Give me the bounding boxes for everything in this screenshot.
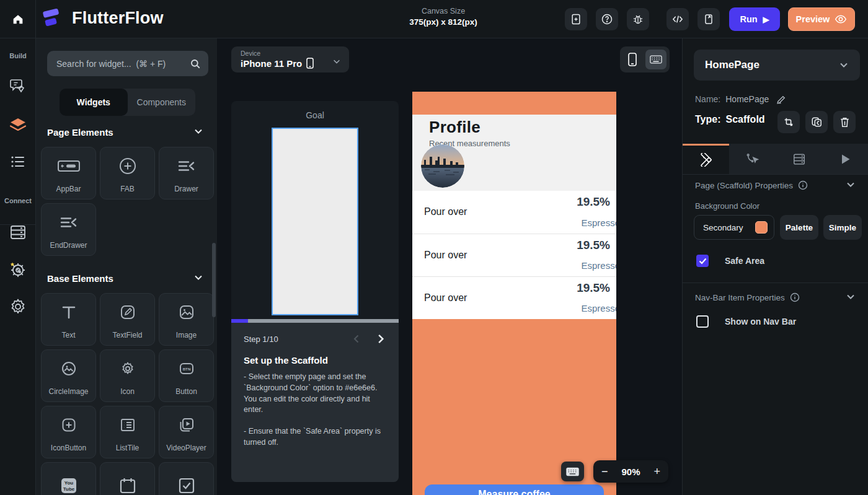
preview-button[interactable]: Preview	[788, 7, 855, 31]
color-swatch[interactable]	[755, 221, 768, 234]
list-item[interactable]: Pour over 19.5% Espresso	[412, 234, 616, 276]
measurement-type: Espresso	[581, 260, 616, 271]
properties-tab-strip	[683, 144, 868, 175]
youtube-icon-text2: Tube	[63, 486, 74, 492]
api-icon[interactable]	[0, 260, 36, 280]
bug-icon	[632, 13, 644, 25]
widget-label: Image	[176, 331, 197, 339]
keyboard-shortcuts-button[interactable]	[561, 462, 584, 481]
tab-data[interactable]	[776, 144, 822, 174]
simple-button[interactable]: Simple	[823, 215, 862, 240]
settings-icon[interactable]	[0, 297, 36, 316]
info-icon[interactable]	[790, 292, 800, 302]
appbar-icon	[42, 147, 95, 185]
layers-icon[interactable]	[0, 116, 36, 134]
app-profile-header[interactable]: Profile Recent measurements	[412, 115, 616, 191]
widget-circleimage[interactable]: CircleImage	[41, 349, 96, 402]
list-item[interactable]: Pour over 19.5% Espresso	[412, 191, 616, 234]
chevron-down-icon[interactable]	[193, 126, 203, 136]
deploy-button[interactable]	[698, 8, 720, 30]
widget-youtube[interactable]: YouTube	[41, 462, 96, 495]
chevron-down-icon[interactable]	[846, 180, 856, 190]
image-icon	[159, 294, 213, 331]
navbar-properties-header: Nav-Bar Item Properties	[695, 292, 800, 302]
view-code-button[interactable]	[666, 8, 689, 30]
widget-fab[interactable]: FAB	[100, 147, 155, 199]
chevron-down-icon[interactable]	[846, 292, 856, 302]
safe-area-checkbox[interactable]	[696, 255, 709, 267]
widget-panel-scrollbar[interactable]	[212, 38, 216, 495]
goal-panel: Goal Step 1/10 Set up the Scaffold - Sel…	[231, 101, 399, 482]
fab-icon	[100, 147, 154, 185]
phone-mode-button[interactable]	[623, 53, 642, 66]
widget-label: CircleImage	[48, 387, 88, 396]
measurement-list: Pour over 19.5% Espresso Pour over 19.5%…	[412, 191, 616, 319]
top-bar: FlutterFlow Canvas Size 375(px) x 812(px…	[0, 0, 868, 38]
widget-textfield[interactable]: TextField	[100, 293, 155, 346]
tab-properties[interactable]	[683, 144, 729, 174]
export-app-icon	[702, 13, 715, 25]
copy-icon	[811, 116, 822, 128]
widget-search-input[interactable]	[56, 59, 190, 69]
help-button[interactable]	[596, 8, 618, 30]
list-icon[interactable]	[0, 153, 36, 170]
chevron-left-icon[interactable]	[352, 334, 361, 344]
step-instruction: - Ensure that the `Safe Area` property i…	[244, 426, 386, 449]
app-canvas[interactable]: Profile Recent measurements	[412, 92, 616, 495]
widget-calendar[interactable]	[100, 462, 155, 495]
device-label: Device	[241, 50, 260, 57]
zoom-out-button[interactable]: −	[601, 466, 608, 477]
page-selector-dropdown[interactable]: HomePage	[694, 50, 860, 81]
widget-search[interactable]	[47, 51, 208, 76]
show-on-nav-bar-checkbox[interactable]	[696, 315, 709, 328]
widget-videoplayer[interactable]: VideoPlayer	[159, 406, 214, 458]
crop-select-icon	[783, 116, 794, 128]
ruler-pencil-icon	[699, 153, 713, 167]
debug-button[interactable]	[627, 8, 649, 30]
run-button[interactable]: Run ▶	[729, 7, 780, 31]
edit-pencil-icon[interactable]	[776, 94, 787, 104]
chevron-down-icon[interactable]	[193, 273, 203, 283]
measurement-value: 19.5%	[577, 195, 610, 209]
widget-drawer[interactable]: Drawer	[159, 147, 214, 199]
widget-image[interactable]: Image	[159, 293, 214, 346]
home-button[interactable]	[0, 0, 36, 38]
server-icon	[792, 152, 806, 166]
tab-actions[interactable]	[729, 144, 776, 174]
select-widget-button[interactable]	[777, 111, 800, 133]
button-icon: BTN	[159, 350, 213, 387]
avatar[interactable]	[421, 144, 464, 188]
tab-components[interactable]: Components	[128, 89, 196, 116]
palette-button[interactable]: Palette	[780, 215, 818, 240]
widget-text[interactable]: Text	[41, 293, 96, 346]
widget-enddrawer[interactable]: EndDrawer	[41, 203, 96, 256]
copy-widget-button[interactable]	[805, 111, 828, 133]
tab-widgets[interactable]: Widgets	[60, 89, 128, 116]
connect-section-label: Connect	[0, 197, 36, 204]
chevron-right-icon[interactable]	[375, 333, 386, 344]
list-item[interactable]: Pour over 19.5% Espresso	[412, 276, 616, 319]
info-icon[interactable]	[798, 180, 808, 190]
name-value: HomePage	[725, 94, 769, 104]
add-page-button[interactable]	[565, 8, 587, 30]
tab-preview[interactable]	[822, 144, 868, 174]
database-icon[interactable]	[0, 223, 36, 242]
widget-listtile[interactable]: ListTile	[100, 406, 155, 458]
widget-button[interactable]: BTN Button	[159, 349, 214, 402]
widget-appbar[interactable]: AppBar	[41, 147, 96, 199]
delete-widget-button[interactable]	[833, 111, 856, 133]
zoom-level: 90%	[621, 467, 640, 477]
widget-tree-icon[interactable]	[0, 77, 36, 95]
zoom-in-button[interactable]: +	[653, 466, 660, 477]
eye-icon	[835, 14, 847, 24]
preview-label: Preview	[796, 14, 830, 24]
background-color-picker[interactable]: Secondary	[694, 215, 774, 240]
measure-coffee-button[interactable]: Measure coffee	[425, 484, 604, 495]
device-selector[interactable]: Device iPhone 11 Pro	[231, 46, 349, 72]
widget-checkbox[interactable]	[159, 462, 214, 495]
widget-label: VideoPlayer	[166, 444, 206, 452]
widget-icon[interactable]: Icon	[100, 349, 155, 402]
keyboard-mode-button[interactable]	[645, 50, 666, 69]
widget-label: FAB	[120, 185, 135, 193]
widget-iconbutton[interactable]: IconButton	[41, 406, 96, 458]
